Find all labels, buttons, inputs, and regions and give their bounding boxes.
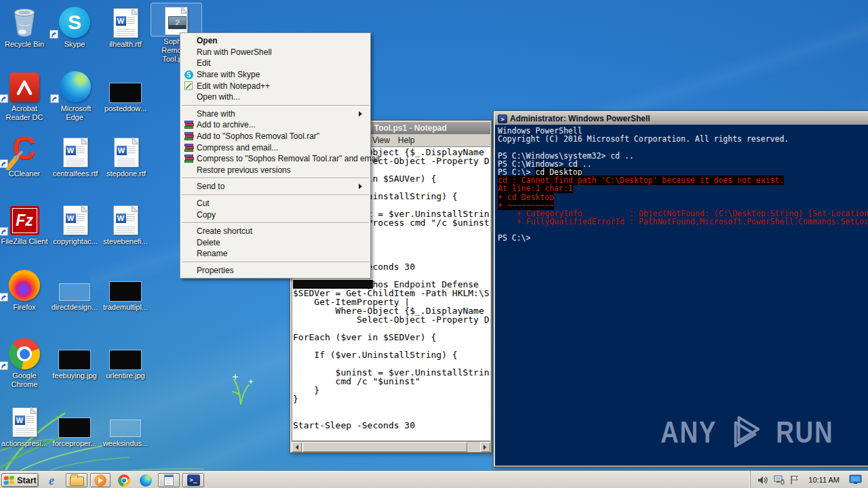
desktop-icon-label: Firefox — [0, 303, 50, 312]
menu-item-label: Open — [197, 36, 218, 45]
taskbar-button-google-chrome[interactable] — [115, 473, 134, 487]
taskbar-button-notepad[interactable] — [158, 473, 180, 487]
menu-item-label: Compress to "Sophos Removal Tool.rar" an… — [197, 154, 380, 163]
desktop-icon-urlentire-jpg[interactable]: urlentire.jpg — [100, 338, 151, 380]
menu-item-compress-to-sophos-removal-tool-rar-and-email[interactable]: Compress to "Sophos Removal Tool.rar" an… — [181, 153, 370, 165]
menu-item-add-to-archive[interactable]: Add to archive... — [181, 119, 370, 131]
menu-item-edit-with-notepad[interactable]: Edit with Notepad++ — [181, 80, 370, 92]
powershell-window[interactable]: > Administrator: Windows PowerShell Wind… — [493, 110, 868, 468]
taskbar-button-microsoft-edge[interactable] — [136, 473, 155, 487]
redaction-box — [293, 280, 373, 289]
menu-item-label: Add to "Sophos Removal Tool.rar" — [197, 131, 319, 141]
blackthumb-icon — [100, 269, 151, 302]
desktop-icon-microsoft-edge[interactable]: Microsoft Edge — [50, 70, 100, 122]
desktop-icon-weeksindus[interactable]: weeksindus... — [100, 405, 151, 448]
menu-item-share-with[interactable]: Share with — [181, 108, 370, 120]
system-tray[interactable]: 10:11 AM — [750, 471, 868, 488]
taskbar-button-windows-media-player[interactable] — [90, 473, 111, 487]
desktop-icon-label: CCleaner — [0, 169, 50, 178]
desktop-icon-firefox[interactable]: Firefox — [0, 269, 50, 312]
menu-item-open[interactable]: Open — [181, 35, 370, 47]
word-icon: W — [0, 405, 50, 438]
taskbar-button-powershell[interactable]: >_ — [182, 473, 204, 487]
menu-item-open-with[interactable]: Open with... — [181, 92, 370, 103]
blackthumb-icon — [50, 405, 100, 438]
menu-item-compress-and-email[interactable]: Compress and email... — [181, 142, 370, 153]
menu-item-label: Run with PowerShell — [197, 47, 272, 57]
powershell-icon: > — [498, 115, 507, 123]
menu-item-label: Edit — [197, 58, 211, 68]
desktop-icon-label: weeksindus... — [100, 439, 151, 448]
menu-item-label: Share with — [197, 109, 235, 119]
shortcut-arrow-icon — [0, 227, 8, 236]
recyclebin-icon — [0, 6, 50, 39]
desktop-icon-label: AcrobatReader DC — [0, 104, 50, 122]
menu-separator — [181, 176, 370, 181]
desktop-icon-copyrightac[interactable]: Wcopyrightac... — [50, 203, 100, 246]
menu-item-delete[interactable]: Delete — [181, 237, 370, 249]
menu-item-add-to-sophos-removal-tool-rar[interactable]: Add to "Sophos Removal Tool.rar" — [181, 131, 370, 142]
clock[interactable]: 10:11 AM — [804, 476, 844, 484]
scrollbar-thumb[interactable] — [302, 442, 467, 452]
right-arrow-icon — [484, 445, 489, 450]
shortcut-arrow-icon — [0, 159, 8, 168]
scroll-left-button[interactable] — [292, 442, 302, 452]
menu-item-run-with-powershell[interactable]: Run with PowerShell — [181, 47, 370, 58]
chrome-icon — [118, 474, 130, 487]
menu-item-label: Cut — [197, 199, 210, 208]
menu-item-copy[interactable]: Copy — [181, 209, 370, 220]
action-center-flag-icon[interactable] — [790, 475, 799, 485]
powershell-titlebar[interactable]: > Administrator: Windows PowerShell — [495, 113, 868, 125]
anyrun-logo-icon — [728, 414, 766, 449]
winrar-icon — [184, 155, 193, 163]
powershell-console[interactable]: Windows PowerShellCopyright (C) 2016 Mic… — [495, 125, 868, 466]
desktop-icon-ccleaner[interactable]: CCCleaner — [0, 136, 50, 178]
scroll-right-button[interactable] — [480, 442, 490, 452]
desktop-icon-directdesign[interactable]: directdesign... — [50, 269, 100, 312]
desktop-icon-acrobat-reader-dc[interactable]: AcrobatReader DC — [0, 70, 50, 122]
menu-item-restore-previous-versions[interactable]: Restore previous versions — [181, 165, 370, 176]
desktop-icon-posteddow[interactable]: posteddow... — [100, 70, 151, 113]
menu-item-cut[interactable]: Cut — [181, 198, 370, 209]
start-button-label: Start — [17, 476, 36, 485]
anyrun-watermark: ANY RUN — [654, 414, 840, 449]
desktop-icon-recycle-bin[interactable]: Recycle Bin — [0, 6, 50, 49]
start-button[interactable]: Start — [1, 473, 39, 487]
desktop-icon-ilhealth-rtf[interactable]: Wilhealth.rtf — [100, 6, 151, 49]
network-icon[interactable] — [773, 475, 785, 485]
console-line: PS C:\> — [498, 234, 868, 242]
desktop-icon-trademultipl[interactable]: trademultipl... — [100, 269, 151, 312]
taskbar-button-windows-explorer[interactable] — [66, 473, 87, 487]
menu-item-label: Edit with Notepad++ — [197, 81, 270, 91]
skype-icon: S — [184, 70, 193, 79]
menu-item-share-with-skype[interactable]: SShare with Skype — [181, 69, 370, 81]
desktop-icon-feebuying-jpg[interactable]: feebuying.jpg — [50, 338, 100, 380]
notepad-menu-help[interactable]: Help — [398, 136, 415, 145]
desktop-icon-label: trademultipl... — [100, 303, 151, 312]
menu-item-create-shortcut[interactable]: Create shortcut — [181, 226, 370, 237]
winrar-icon — [184, 132, 193, 140]
menu-item-rename[interactable]: Rename — [181, 248, 370, 260]
notepad-horizontal-scrollbar[interactable] — [292, 441, 490, 451]
menu-item-properties[interactable]: Properties — [181, 265, 370, 277]
word-icon: W — [100, 203, 151, 236]
desktop-icon-google-chrome[interactable]: GoogleChrome — [0, 338, 50, 389]
volume-icon[interactable] — [757, 476, 768, 485]
notepad-menu-view[interactable]: View — [372, 136, 390, 145]
taskbar-button-internet-explorer[interactable]: e — [42, 473, 61, 487]
desktop-icon-stepdone-rtf[interactable]: Wstepdone.rtf — [101, 136, 151, 178]
desktop-icon-forceproper[interactable]: forceproper... — [50, 405, 100, 448]
menu-item-edit[interactable]: Edit — [181, 58, 370, 69]
desktop-icon-skype[interactable]: SSkype — [50, 6, 100, 49]
menu-item-label: Rename — [197, 249, 227, 258]
desktop-icon-stevebenefi[interactable]: Wstevebenefi... — [100, 203, 151, 246]
desktop-icon-label: actionspresi... — [0, 439, 50, 448]
desktop-icon-label: copyrightac... — [50, 237, 100, 246]
edge-icon — [140, 474, 152, 487]
display-monitor-icon[interactable] — [849, 474, 863, 485]
menu-item-send-to[interactable]: Send to — [181, 181, 370, 192]
taskbar[interactable]: Start e>_ 10:11 AM — [0, 470, 868, 488]
desktop-icon-centralfees-rtf[interactable]: Wcentralfees.rtf — [50, 136, 100, 178]
desktop-icon-actionspresi[interactable]: Wactionspresi... — [0, 405, 50, 448]
desktop-icon-filezilla-client[interactable]: FzFileZilla Client — [0, 203, 50, 246]
